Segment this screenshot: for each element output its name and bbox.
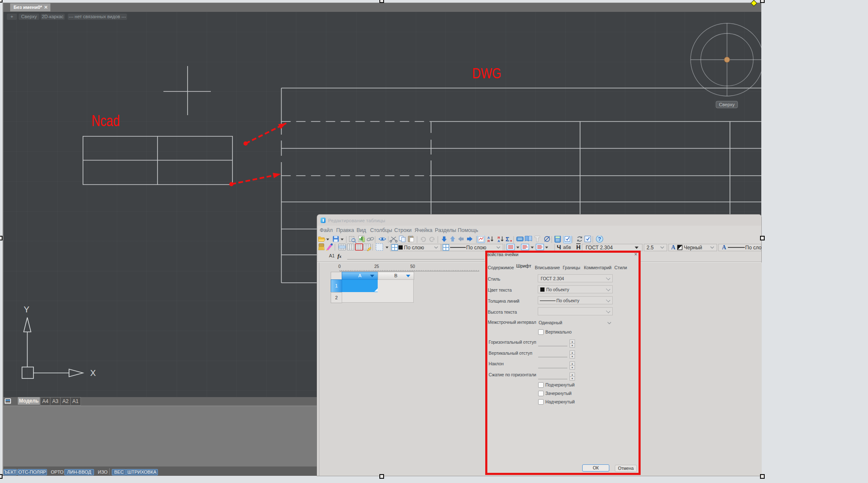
svg-text:2.5: 2.5 [647, 245, 654, 251]
svg-text:Н: Н [576, 244, 581, 251]
svg-text:По слою: По слою [404, 245, 424, 251]
svg-text:Y: Y [24, 305, 29, 314]
svg-text:Ч: Ч [557, 244, 561, 251]
svg-text:абв: абв [563, 245, 571, 250]
svg-text:X: X [90, 368, 96, 378]
svg-text:А: А [498, 239, 500, 243]
svg-text:По слою: По слою [745, 245, 761, 251]
svg-text:По слою: По слою [466, 245, 486, 251]
svg-text:Сверху: Сверху [719, 102, 735, 107]
svg-text:Ncad: Ncad [91, 112, 120, 130]
svg-text:A: A [671, 244, 676, 251]
svg-text:A: A [722, 244, 727, 251]
svg-text:Я: Я [487, 239, 490, 243]
svg-text:DWG: DWG [472, 65, 501, 81]
svg-text:?: ? [598, 236, 601, 242]
svg-text:ГОСТ 2.304: ГОСТ 2.304 [586, 245, 613, 251]
svg-text:Черный: Черный [684, 245, 702, 251]
svg-text:Σ: Σ [506, 236, 509, 243]
